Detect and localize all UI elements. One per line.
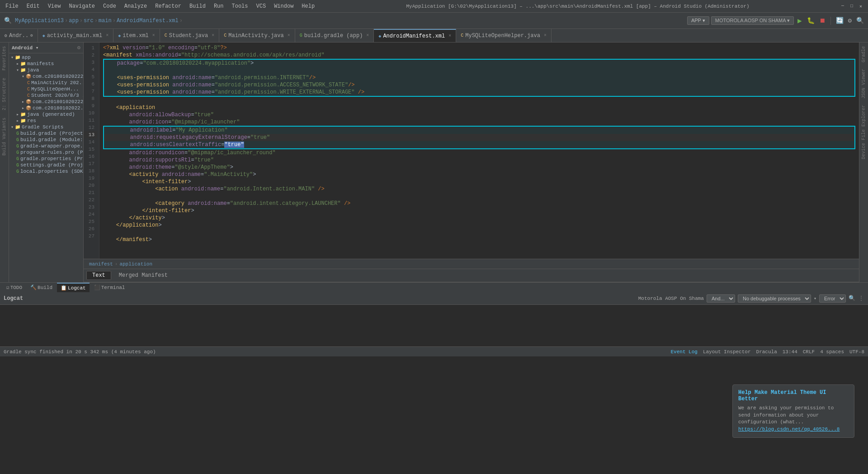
tab-close-item[interactable]: × bbox=[152, 33, 155, 38]
project-tree-content[interactable]: ▾ 📁 app ▸ 📁 manifests ▾ 📁 java ▾ 📦 com.c… bbox=[9, 53, 83, 282]
menu-navigate[interactable]: Navigate bbox=[67, 2, 97, 10]
logcat-filter-icon[interactable]: ▾ bbox=[814, 296, 816, 301]
tree-proguard[interactable]: G proguard-rules.pro (Pr... bbox=[9, 149, 83, 156]
stop-button[interactable]: ⏹ bbox=[818, 17, 827, 24]
tab-androidmanifest[interactable]: ◆ AndroidManifest.xml × bbox=[374, 29, 456, 42]
menu-refactor[interactable]: Refactor bbox=[153, 2, 183, 10]
build-tool-tab[interactable]: 🔨 Build bbox=[27, 283, 56, 292]
indent-label[interactable]: 4 spaces bbox=[820, 349, 844, 355]
tab-android-settings[interactable]: ⚙ bbox=[30, 33, 33, 38]
menu-run[interactable]: Run bbox=[212, 2, 226, 10]
menu-help[interactable]: Help bbox=[300, 2, 316, 10]
logcat-level-select[interactable]: Error bbox=[819, 294, 846, 303]
tree-res[interactable]: ▸ 📁 res bbox=[9, 118, 83, 124]
tree-local-properties[interactable]: G local.properties (SDK 1... bbox=[9, 168, 83, 175]
breadcrumb-file[interactable]: AndroidManifest.xml bbox=[117, 18, 179, 24]
code-editor[interactable]: 1 2 3 4 5 6 7 8 9 10 11 12 13 14 15 16 1… bbox=[84, 43, 859, 282]
cursor-position[interactable]: 13:44 bbox=[783, 349, 797, 355]
logcat-tool-tab[interactable]: 📋 Logcat bbox=[57, 283, 90, 292]
layout-inspector-button[interactable]: Layout Inspector bbox=[703, 349, 751, 355]
sync-icon[interactable]: 🔄 bbox=[835, 17, 845, 24]
tree-student-file[interactable]: C Student 2020/8/3 ... bbox=[9, 92, 83, 99]
tab-build-gradle[interactable]: G build.gradle (app) × bbox=[295, 29, 374, 42]
debug-button[interactable]: 🐛 bbox=[806, 17, 816, 24]
project-settings-icon[interactable]: ⚙ bbox=[77, 44, 80, 51]
breadcrumb-project[interactable]: MyApplication13 bbox=[15, 18, 64, 24]
menu-window[interactable]: Window bbox=[272, 2, 295, 10]
logcat-menu-icon[interactable]: ⋮ bbox=[858, 294, 864, 302]
tab-close-mainactivity[interactable]: × bbox=[288, 33, 290, 38]
search-icon[interactable]: 🔍 bbox=[855, 17, 865, 24]
tree-gradle-wrapper[interactable]: G gradle-wrapper.prope... bbox=[9, 143, 83, 149]
notification-link[interactable]: https://blog.csdn.net/qq_40526...8 bbox=[738, 427, 840, 432]
code-content[interactable]: 1 2 3 4 5 6 7 8 9 10 11 12 13 14 15 16 1… bbox=[84, 43, 859, 259]
tab-close-student[interactable]: × bbox=[212, 33, 214, 38]
tree-mysqlite-file[interactable]: C MySQLiteOpenH... bbox=[9, 86, 83, 92]
title-bar-menus[interactable]: File Edit View Navigate Code Analyze Ref… bbox=[4, 2, 316, 10]
tab-merged-manifest[interactable]: Merged Manifest bbox=[113, 271, 174, 280]
tab-mainactivity[interactable]: C MainActivity.java × bbox=[219, 29, 295, 42]
breadcrumb-main[interactable]: main bbox=[99, 18, 112, 24]
favorites-panel-label[interactable]: Favorites bbox=[1, 43, 8, 74]
tab-text[interactable]: Text bbox=[86, 271, 111, 280]
device-file-explorer-label[interactable]: Device File Explorer bbox=[861, 103, 866, 161]
tab-close-mysqlite[interactable]: × bbox=[544, 33, 547, 38]
json-viewer-label[interactable]: JSON Viewer bbox=[861, 67, 866, 100]
tree-java[interactable]: ▾ 📁 java bbox=[9, 67, 83, 73]
breadcrumb-application[interactable]: application bbox=[119, 261, 152, 267]
logcat-device-select[interactable]: And... bbox=[707, 294, 735, 303]
event-log-button[interactable]: Event Log bbox=[670, 349, 697, 355]
tab-android[interactable]: ⚙ Andr.. ⚙ bbox=[0, 29, 38, 42]
tree-build-gradle-project[interactable]: G build.gradle (Project: M... bbox=[9, 130, 83, 137]
tab-close-activity-main[interactable]: × bbox=[106, 33, 108, 38]
tree-mainactivity-file[interactable]: C MainActivity 202... bbox=[9, 80, 83, 86]
tree-build-gradle-module[interactable]: G build.gradle (Module:... bbox=[9, 137, 83, 143]
menu-code[interactable]: Code bbox=[101, 2, 118, 10]
logcat-search-icon[interactable]: 🔍 bbox=[849, 295, 855, 302]
app-config-button[interactable]: APP ▾ bbox=[687, 16, 709, 25]
close-button[interactable]: ✕ bbox=[857, 3, 864, 10]
tab-mainactivity-icon: C bbox=[224, 33, 226, 38]
tree-app[interactable]: ▾ 📁 app bbox=[9, 54, 83, 61]
minimize-button[interactable]: ─ bbox=[839, 3, 846, 10]
code-lines[interactable]: <?xml version="1.0" encoding="utf-8"?> <… bbox=[99, 43, 859, 259]
encoding-label[interactable]: UTF-8 bbox=[849, 349, 864, 355]
gradle-panel-label[interactable]: Gradle bbox=[861, 44, 866, 64]
tab-mysqlite[interactable]: C MySQLiteOpenHelper.java × bbox=[456, 29, 552, 42]
settings-icon[interactable]: ⚙ bbox=[847, 17, 853, 24]
menu-view[interactable]: View bbox=[46, 2, 63, 10]
tab-close-build-gradle[interactable]: × bbox=[366, 33, 369, 38]
structure-panel-label[interactable]: 2: Structure bbox=[1, 74, 8, 114]
logcat-process-select[interactable]: No debuggable processes bbox=[738, 294, 811, 303]
tab-close-manifest[interactable]: × bbox=[448, 33, 451, 38]
tree-pkg2[interactable]: ▸ 📦 com.c201801020222... bbox=[9, 99, 83, 105]
tab-item-xml[interactable]: ◆ item.xml × bbox=[113, 29, 160, 42]
menu-file[interactable]: File bbox=[4, 2, 20, 10]
run-button[interactable]: ▶ bbox=[796, 16, 804, 25]
tree-pkg3[interactable]: ▸ 📦 com.c20180102022... bbox=[9, 105, 83, 111]
title-bar-controls[interactable]: ─ □ ✕ bbox=[839, 3, 864, 10]
tree-pkg1[interactable]: ▾ 📦 com.c201801020222... bbox=[9, 73, 83, 80]
tree-gradle-properties[interactable]: G gradle.properties (Pro... bbox=[9, 156, 83, 162]
menu-vcs[interactable]: VCS bbox=[255, 2, 268, 10]
toolbar-icon-search[interactable]: 🔍 bbox=[3, 17, 13, 24]
tree-manifests[interactable]: ▸ 📁 manifests bbox=[9, 61, 83, 67]
line-ending[interactable]: CRLF bbox=[803, 349, 815, 355]
tab-activity-main[interactable]: ◆ activity_main.xml × bbox=[38, 29, 113, 42]
menu-tools[interactable]: Tools bbox=[230, 2, 250, 10]
breadcrumb-src[interactable]: src bbox=[84, 18, 94, 24]
tree-gradle-scripts[interactable]: ▾ 📁 Gradle Scripts bbox=[9, 124, 83, 130]
maximize-button[interactable]: □ bbox=[848, 3, 855, 10]
build-variants-label[interactable]: Build Variants bbox=[1, 114, 8, 159]
todo-tool-tab[interactable]: ☑ TODO bbox=[3, 283, 26, 292]
menu-edit[interactable]: Edit bbox=[25, 2, 42, 10]
tree-java-gen[interactable]: ▸ 📁 java (generated) bbox=[9, 111, 83, 118]
device-select-button[interactable]: MOTOROLA AOSP ON SHAMA ▾ bbox=[711, 16, 794, 25]
tree-settings-gradle[interactable]: G settings.gradle (Projec... bbox=[9, 162, 83, 168]
menu-analyze[interactable]: Analyze bbox=[123, 2, 149, 10]
menu-build[interactable]: Build bbox=[188, 2, 208, 10]
terminal-tool-tab[interactable]: ⬛ Terminal bbox=[90, 283, 129, 292]
tab-student[interactable]: C Student.java × bbox=[160, 29, 219, 42]
breadcrumb-manifest[interactable]: manifest bbox=[89, 261, 113, 267]
breadcrumb-app[interactable]: app bbox=[69, 18, 79, 24]
